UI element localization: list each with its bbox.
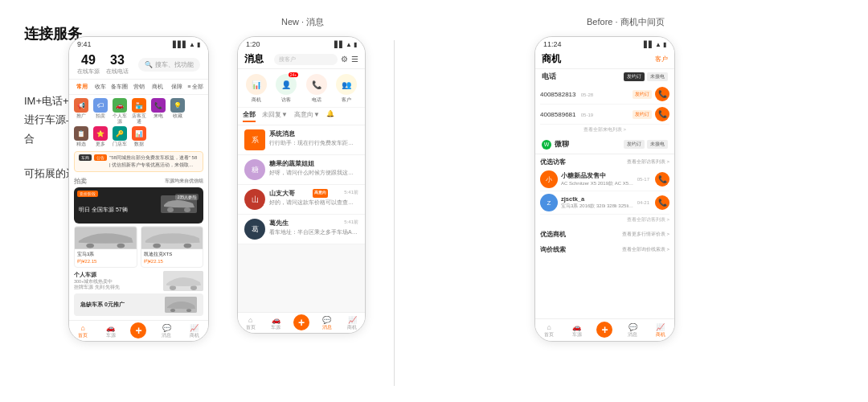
auction-section-sub: 车源均来自优信组 — [165, 178, 203, 185]
extra4-label: 门店车 — [111, 142, 129, 147]
msg-item-candy[interactable]: 糖 糖果的蔬菜姐姐 好呀，请问什么时候方便跟我这看看车？ 华赛宝马 宝马5系敞篷… — [238, 155, 365, 185]
tab3-biz[interactable]: 📈 商机 — [646, 319, 674, 341]
tab2-all[interactable]: 全部 — [243, 110, 256, 122]
tab3-home[interactable]: ⌂ 首页 — [535, 319, 563, 341]
phone3-customer-btn[interactable]: 客户 — [655, 55, 668, 64]
quick-item-visitor[interactable]: 👤 24+ 访客 — [272, 74, 302, 104]
phone1-stats: 49 在线车源 33 在线电话 — [77, 53, 129, 76]
phone1-icon-auction[interactable]: 🏷 拍卖 — [92, 98, 109, 125]
tab1-publish[interactable]: + — [125, 321, 153, 341]
filter-btn-1[interactable]: 发约订 — [624, 72, 645, 81]
price-table-more[interactable]: 查看全部询价线索表 > — [622, 246, 669, 253]
nav-item-marketing[interactable]: 营销 — [129, 81, 149, 92]
phone1-icon-extra5[interactable]: 📊 数据 — [130, 126, 148, 147]
nav-item-guarantee[interactable]: 保障 — [167, 81, 186, 92]
phone1-icon-personal[interactable]: 🚗 个人车源 — [111, 98, 129, 125]
nav-item-all[interactable]: ≡ 全部 — [186, 81, 205, 92]
tab2-unreplied[interactable]: 未回复▼ — [262, 110, 288, 122]
cust-date-1: 05-17 — [637, 177, 649, 182]
cust-car-1: AC Schnitzer X5 2019款 AC X535 35 — [561, 180, 634, 187]
filter-btn-2[interactable]: 未接电 — [647, 72, 668, 81]
customer-item-2[interactable]: Z zjsctk_a 宝马3系 2016款 320i 328li 325li/宝… — [540, 191, 669, 215]
cust-call-btn-1[interactable]: 📞 — [655, 172, 669, 187]
tab3-publish[interactable]: + — [591, 319, 619, 341]
car-item-2[interactable]: 凯迪拉克XTS 约¥22.15 — [141, 226, 204, 268]
quick-item-customer[interactable]: 👥 客户 — [332, 74, 362, 104]
phone1-nav: 常用 收车 备车圈 营销 商机 保障 ≡ 全部 — [69, 80, 208, 95]
tab1-business[interactable]: 📈 商机 — [180, 321, 208, 341]
tab1-message[interactable]: 💬 消息 — [153, 321, 181, 341]
stat-online-cars: 49 在线车源 — [77, 53, 100, 76]
tab2-publish[interactable]: + — [289, 313, 314, 333]
personal-source-img — [163, 271, 203, 291]
add-icon[interactable]: ☰ — [351, 55, 358, 64]
tab3-msg[interactable]: 💬 消息 — [619, 319, 647, 341]
svg-point-5 — [117, 244, 125, 248]
tab1-cars-label: 车源 — [106, 333, 116, 338]
phone1-icon-shop[interactable]: 🏪 店客互通 — [130, 98, 148, 125]
phone1-search-placeholder: 搜车、找功能 — [155, 60, 194, 69]
tab2-msg[interactable]: 💬 消息 — [314, 313, 340, 333]
phone-entry-1[interactable]: 4008582813 05-28 发约订 📞 — [540, 84, 669, 105]
tab1-business-label: 商机 — [190, 333, 199, 338]
auction-card[interactable]: 竞价阶段 明日 全国车源 57辆 235人参与 — [74, 187, 203, 224]
nav-item-source[interactable]: 备车圈 — [110, 81, 129, 92]
phone-list-more[interactable]: 查看全部来电列表 > — [540, 125, 669, 135]
tab2-biz[interactable]: 📈 商机 — [339, 313, 365, 333]
phone1-announcement[interactable]: 车商 公告 "58同城推出部分免费发车权益，速看" 58 | 优信招新客户专项优… — [74, 151, 203, 172]
tab2-high-intent[interactable]: 高意向▼ — [294, 110, 320, 122]
nav-item-opportunity[interactable]: 商机 — [148, 81, 167, 92]
phone3-title: 商机 — [542, 52, 561, 66]
wechat-filter-2[interactable]: 未接电 — [647, 140, 668, 149]
p2-tab-car: 车源 — [271, 325, 280, 330]
tab1-cars[interactable]: 🚗 车源 — [97, 321, 125, 341]
phone3-tel-section: 电话 发约订 未接电 — [535, 69, 674, 84]
phone1-search[interactable]: 🔍 搜车、找功能 — [138, 58, 200, 72]
good-chances-more[interactable]: 查看更多行情评价表 > — [622, 231, 669, 238]
good-chances-header: 优选商机 查看更多行情评价表 > — [540, 228, 669, 240]
quick-item-tel[interactable]: 📞 电话 — [301, 74, 332, 104]
phone1-icon-promote[interactable]: 📢 推广 — [72, 98, 90, 125]
cust-call-btn-2[interactable]: 📞 — [655, 195, 669, 210]
msg-item-ge[interactable]: 葛 葛先生 5:41前 看车地址：半台区乘之多手车场A区4栋02室... 期待见… — [238, 215, 365, 244]
car-price-2: 约¥22.15 — [144, 258, 201, 265]
tab2-carsource[interactable]: 🚗 车源 — [264, 313, 289, 333]
tab2-unread[interactable]: 🔔 — [326, 110, 334, 122]
phone1-icon-extra4[interactable]: 🔑 门店车 — [111, 126, 129, 147]
msg-item-system[interactable]: 系 系统消息 行行助手：现在行行免费发车距离车距离... — [238, 125, 365, 155]
phone1-bottom-tabs: ⌂ 首页 🚗 车源 + 💬 消息 📈 商机 — [69, 320, 208, 341]
good-customers-more[interactable]: 查看全部访客列表 > — [627, 158, 669, 166]
visitor-icon: 👤 — [281, 80, 291, 89]
phone1-status-icons: ▋▋▋ ▲ ▮ — [173, 41, 200, 48]
tab3-cars[interactable]: 🚗 车源 — [563, 319, 592, 341]
unread-icon: 🔔 — [326, 110, 334, 117]
opportunity-circle: 📊 — [246, 74, 267, 95]
tab2-home[interactable]: ⌂ 首页 — [238, 313, 264, 333]
customers-more-link[interactable]: 查看全部访客列表 > — [540, 215, 669, 225]
promo-banner[interactable]: 急缺车系 0元推广 — [74, 293, 203, 316]
phone1-icon-extra1[interactable]: 💡 收藏 — [169, 98, 186, 125]
call-btn-1[interactable]: 📞 — [655, 87, 669, 101]
customer-item-1[interactable]: 小 小糖新品发售中 AC Schnitzer X5 2019款 AC X535 … — [540, 168, 669, 191]
wechat-filter-1[interactable]: 发约订 — [624, 140, 645, 149]
tab1-home[interactable]: ⌂ 首页 — [69, 321, 97, 341]
nav-item-buy[interactable]: 收车 — [92, 81, 111, 92]
phone1-icon-extra2[interactable]: 📋 精选 — [72, 126, 90, 147]
personal-source-title: 个人车源 — [74, 271, 160, 279]
phone3-wechat-section: W 微聊 发约订 未接电 — [535, 135, 674, 154]
setting-icon[interactable]: ⚙ — [341, 55, 348, 64]
call-btn-2[interactable]: 📞 — [655, 107, 669, 121]
car-item-1[interactable]: 宝马3系 约¥22.15 — [74, 226, 137, 268]
msg-item-mountain[interactable]: 山 山支大哥 高意向 5:41前 好的，请问这款车价格可以查查吗？ 美观借鉴 Q… — [238, 185, 365, 215]
phone1-icon-extra3[interactable]: ⭐ 更多 — [92, 126, 109, 147]
phone2-search[interactable]: 搜客户 — [274, 54, 338, 65]
phone-entry-2[interactable]: 4008589681 05-19 发约订 📞 — [540, 105, 669, 125]
car-price-1: 约¥22.15 — [77, 258, 134, 265]
visitor-circle: 👤 24+ — [276, 74, 297, 95]
extra1-icon: 💡 — [170, 98, 185, 113]
plus-icon: + — [130, 322, 146, 338]
nav-item-common[interactable]: 常用 — [72, 81, 92, 92]
phone1-icon-call[interactable]: 📞 来电 — [149, 98, 167, 125]
quick-item-opportunity[interactable]: 📊 商机 — [241, 74, 272, 104]
car-name-1: 宝马3系 — [77, 251, 134, 258]
